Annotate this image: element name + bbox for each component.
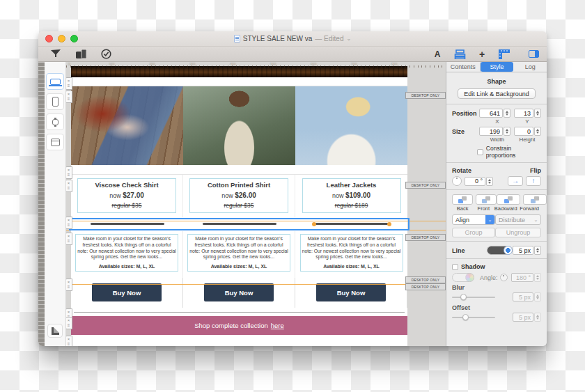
document-footer-area[interactable] xyxy=(71,335,407,346)
row-handle[interactable]: ×≡ xyxy=(66,233,72,245)
shadow-angle-field[interactable]: 180 ° xyxy=(511,273,533,282)
toggle-inspector-button[interactable] xyxy=(527,49,540,60)
remove-row-icon[interactable]: × xyxy=(68,310,70,315)
move-tool-button[interactable]: + xyxy=(476,49,488,60)
align-dropdown[interactable]: Align ⌄ xyxy=(452,214,495,225)
drag-row-icon[interactable]: ≡ xyxy=(68,223,70,228)
drag-row-icon[interactable]: ≡ xyxy=(68,323,70,328)
row-handle[interactable]: ×≡ xyxy=(66,217,72,229)
rotate-stepper[interactable] xyxy=(486,177,493,186)
blur-field[interactable]: 5 px xyxy=(513,292,533,301)
photo-blonde-model[interactable] xyxy=(295,86,407,165)
tab-contents[interactable]: Contents xyxy=(446,62,481,72)
row-handle[interactable]: ×≡ xyxy=(66,317,72,329)
offset-stepper[interactable] xyxy=(534,313,541,322)
size-width-stepper[interactable] xyxy=(504,127,510,136)
buy-now-button[interactable]: Buy Now xyxy=(92,283,162,301)
position-y-stepper[interactable] xyxy=(534,109,541,118)
bring-forward-button[interactable] xyxy=(523,194,547,205)
position-x-field[interactable]: 641 xyxy=(479,109,503,118)
buy-now-button[interactable]: Buy Now xyxy=(316,283,386,301)
ruler-button[interactable] xyxy=(498,49,510,60)
remove-row-icon[interactable]: × xyxy=(68,92,70,97)
spacer-row[interactable] xyxy=(71,165,407,175)
remove-row-icon[interactable]: × xyxy=(68,181,70,186)
drag-row-icon[interactable]: ≡ xyxy=(68,342,70,346)
selected-line-element[interactable] xyxy=(315,223,389,225)
shadow-color-knob[interactable] xyxy=(465,273,474,282)
blur-slider[interactable] xyxy=(452,294,495,300)
text-tool-button[interactable]: A xyxy=(431,49,444,60)
check-compatibility-button[interactable] xyxy=(100,49,112,60)
row-handle[interactable]: ×≡ xyxy=(66,336,72,346)
line-width-stepper[interactable] xyxy=(534,246,541,255)
send-backward-button[interactable] xyxy=(497,194,520,205)
drag-row-icon[interactable]: ≡ xyxy=(68,239,70,244)
photo-printed-dress-model[interactable] xyxy=(183,86,295,165)
divider-line[interactable] xyxy=(91,223,164,225)
product-title-box[interactable]: Viscose Check Shirt now $27.00 regular $… xyxy=(77,178,176,213)
buy-now-button[interactable]: Buy Now xyxy=(204,283,274,301)
device-watch-button[interactable] xyxy=(46,113,64,130)
remove-row-icon[interactable]: × xyxy=(68,218,70,223)
size-height-field[interactable]: 0 xyxy=(514,127,533,136)
line-color-knob[interactable] xyxy=(504,246,513,255)
divider-line[interactable] xyxy=(203,223,276,225)
remove-row-icon[interactable]: × xyxy=(68,168,70,173)
title-chevron-down-icon[interactable]: ⌄ xyxy=(346,36,351,42)
line-width-field[interactable]: 5 px xyxy=(513,246,533,255)
flip-vertical-button[interactable]: ↑ xyxy=(526,176,541,186)
shadow-angle-dial[interactable] xyxy=(500,274,508,281)
row-handle[interactable]: ×≡ xyxy=(66,279,72,291)
row-handle[interactable]: ×≡ xyxy=(66,180,72,192)
offset-slider[interactable] xyxy=(452,314,495,320)
offset-slider-knob[interactable] xyxy=(462,314,469,320)
product-title-box[interactable]: Leather Jackets now $109.00 regular $189 xyxy=(302,178,401,213)
wood-header-image[interactable] xyxy=(71,66,407,77)
edit-link-background-button[interactable]: Edit Link & Background xyxy=(458,88,536,99)
tab-log[interactable]: Log xyxy=(513,62,547,72)
product-description-box[interactable]: Make room in your closet for the season'… xyxy=(300,234,403,272)
bring-to-front-button[interactable] xyxy=(476,194,497,205)
position-y-field[interactable]: 13 xyxy=(514,109,533,118)
distribute-dropdown[interactable]: Distribute ⌄ xyxy=(495,214,541,225)
product-title-box[interactable]: Cotton Printed Shirt now $26.00 regular … xyxy=(189,178,288,213)
rotate-angle-field[interactable]: 0 ° xyxy=(465,177,485,186)
row-handle[interactable]: ×≡ xyxy=(66,91,72,103)
offset-field[interactable]: 5 px xyxy=(513,313,533,322)
send-button[interactable] xyxy=(49,49,62,60)
product-description-box[interactable]: Make room in your closet for the season'… xyxy=(187,234,290,272)
email-document[interactable]: Viscose Check Shirt now $27.00 regular $… xyxy=(71,66,407,346)
shadow-angle-stepper[interactable] xyxy=(534,273,541,282)
tab-style[interactable]: Style xyxy=(481,62,514,72)
size-width-field[interactable]: 199 xyxy=(479,127,503,136)
remove-row-icon[interactable]: × xyxy=(68,79,70,84)
remove-row-icon[interactable]: × xyxy=(68,280,70,285)
drag-row-icon[interactable]: ≡ xyxy=(68,84,70,88)
device-desktop-button[interactable] xyxy=(46,73,64,90)
constrain-proportions-checkbox[interactable] xyxy=(477,149,483,155)
device-phone-button[interactable] xyxy=(46,93,64,110)
send-to-back-button[interactable] xyxy=(452,194,473,205)
shadow-color-well[interactable] xyxy=(452,273,474,282)
row-handle[interactable]: ×≡ xyxy=(66,166,72,179)
drag-row-icon[interactable]: ≡ xyxy=(68,97,70,102)
rotate-dial[interactable] xyxy=(452,176,462,186)
blur-slider-knob[interactable] xyxy=(460,294,467,300)
drag-row-icon[interactable]: ≡ xyxy=(68,186,70,191)
line-color-well[interactable] xyxy=(487,246,513,255)
shadow-checkbox[interactable] xyxy=(452,264,458,270)
ungroup-button[interactable]: Ungroup xyxy=(495,228,541,237)
selected-divider-row[interactable] xyxy=(71,217,407,231)
spacer-row[interactable] xyxy=(71,77,407,86)
blur-stepper[interactable] xyxy=(534,292,541,301)
size-height-stepper[interactable] xyxy=(534,127,541,136)
device-inbox-button[interactable] xyxy=(46,134,64,150)
shop-collection-banner[interactable]: Shop complete collection here xyxy=(71,316,407,335)
banner-link[interactable]: here xyxy=(271,322,284,329)
preview-devices-button[interactable] xyxy=(75,49,87,60)
remove-row-icon[interactable]: × xyxy=(68,234,70,239)
product-description-box[interactable]: Make room in your closet for the season'… xyxy=(75,234,178,272)
spacer-row[interactable] xyxy=(71,308,407,316)
design-canvas[interactable]: 0 100 200 300 400 500 600 700 800 xyxy=(66,62,446,346)
